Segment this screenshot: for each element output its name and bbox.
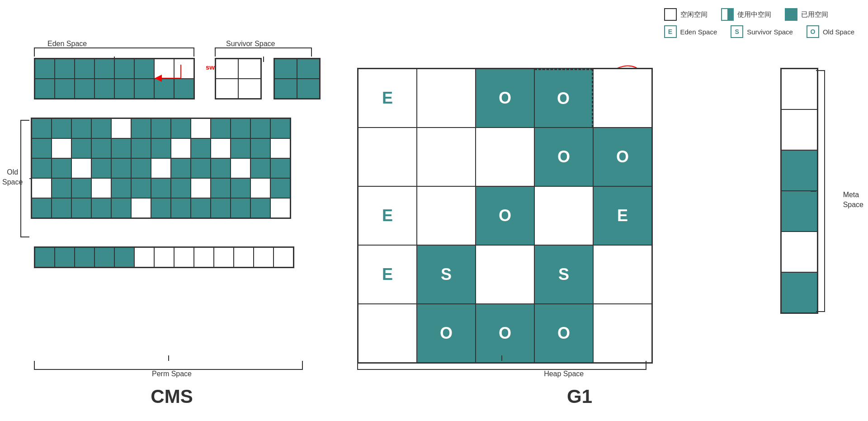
g1-cell-r5c1	[358, 304, 417, 363]
g1-cell-r5c2: O	[417, 304, 476, 363]
g1-cell-r3c4	[534, 186, 593, 245]
legend-eden-label: Eden Space	[680, 28, 717, 36]
g1-cell-r4c1: E	[358, 245, 417, 304]
cms-section: Eden Space Survivor Space	[0, 0, 344, 421]
legend-full-label: 已用空间	[801, 10, 828, 19]
legend-half-box	[721, 8, 734, 21]
cms-survivor-top-right	[274, 58, 321, 99]
g1-heap-grid: E O O O O	[357, 68, 653, 364]
g1-cell-r4c3	[476, 245, 534, 304]
g1-cell-r1c3: O	[476, 69, 534, 128]
meta-cell-5	[781, 232, 817, 272]
g1-cell-r2c4: O	[534, 128, 593, 186]
g1-cell-r5c5	[593, 304, 652, 363]
perm-space-brace	[34, 361, 303, 370]
meta-cell-3	[781, 150, 817, 191]
meta-cell-6	[781, 272, 817, 313]
eden-label: Eden Space	[47, 40, 87, 48]
g1-cell-r5c4: O	[534, 304, 593, 363]
survivor-label: Survivor Space	[226, 40, 275, 48]
g1-cell-r1c4: O	[534, 69, 593, 128]
legend-row-1: 空闲空间 使用中空间 已用空间	[664, 8, 855, 21]
legend-survivor: S Survivor Space	[731, 25, 793, 38]
g1-cell-r2c5: O	[593, 128, 652, 186]
g1-cell-r2c3	[476, 128, 534, 186]
legend-survivor-label: Survivor Space	[747, 28, 793, 36]
legend-full-box	[785, 8, 797, 21]
legend-eden-box: E	[664, 25, 677, 38]
legend-survivor-box: S	[731, 25, 743, 38]
main-container: Eden Space Survivor Space	[0, 0, 868, 421]
g1-cell-r2c1	[358, 128, 417, 186]
perm-label: Perm Space	[152, 370, 192, 378]
legend-empty-box	[664, 8, 677, 21]
legend-empty-label: 空闲空间	[680, 10, 708, 19]
g1-cell-r3c3: O	[476, 186, 534, 245]
cms-perm-grid	[34, 246, 294, 268]
g1-cell-r1c1: E	[358, 69, 417, 128]
g1-cell-r4c4: S	[534, 245, 593, 304]
old-space-label: OldSpace	[2, 167, 23, 188]
meta-cell-1	[781, 69, 817, 109]
g1-cell-r1c5	[593, 69, 652, 128]
legend-old: O Old Space	[807, 25, 854, 38]
legend-eden: E Eden Space	[664, 25, 717, 38]
g1-cell-r4c2: S	[417, 245, 476, 304]
legend-row-2: E Eden Space S Survivor Space O Old Spac…	[664, 25, 855, 38]
g1-cell-r2c2	[417, 128, 476, 186]
cms-title: CMS	[151, 386, 193, 407]
survivor-top-brace	[215, 47, 312, 57]
legend-full: 已用空间	[785, 8, 828, 21]
legend-half-label: 使用中空间	[737, 10, 771, 19]
legend: 空闲空间 使用中空间 已用空间 E Eden Space S S	[664, 8, 855, 38]
legend-empty: 空闲空间	[664, 8, 708, 21]
heap-label: Heap Space	[544, 370, 584, 378]
g1-cell-r1c2	[417, 69, 476, 128]
g1-cell-r4c5	[593, 245, 652, 304]
cms-survivor-top-left	[215, 58, 262, 99]
legend-half: 使用中空间	[721, 8, 771, 21]
legend-old-label: Old Space	[823, 28, 854, 36]
meta-cell-2	[781, 109, 817, 150]
g1-cell-r5c3: O	[476, 304, 534, 363]
g1-cell-r3c2	[417, 186, 476, 245]
meta-brace	[816, 70, 825, 312]
g1-title: G1	[567, 386, 592, 407]
heap-brace	[357, 361, 646, 370]
cms-eden-grid	[34, 58, 195, 99]
cms-old-grid	[31, 118, 291, 219]
g1-cell-r3c1: E	[358, 186, 417, 245]
g1-cell-r3c5: E	[593, 186, 652, 245]
g1-section: 空闲空间 使用中空间 已用空间 E Eden Space S S	[344, 0, 868, 421]
eden-brace	[34, 47, 194, 57]
meta-cell-4	[781, 191, 817, 232]
legend-old-box: O	[807, 25, 819, 38]
meta-label: MetaSpace	[843, 190, 863, 210]
